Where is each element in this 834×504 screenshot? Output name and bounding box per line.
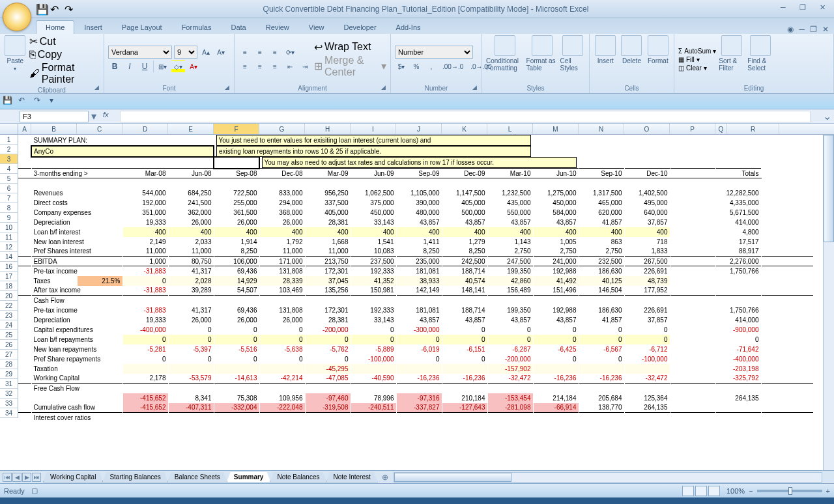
decrease-indent-button[interactable]: ⇤ <box>283 60 296 73</box>
row-header-16[interactable]: 16 <box>0 262 18 272</box>
namebox-dropdown[interactable]: ▾ <box>89 110 99 122</box>
tab-next-icon[interactable]: ▶ <box>22 473 31 482</box>
fill-button[interactable]: ▦ Fill ▾ <box>678 56 716 63</box>
sheet-tab-balance-sheets[interactable]: Balance Sheets <box>167 472 227 483</box>
number-format-select[interactable]: Number <box>395 46 473 59</box>
autosum-button[interactable]: Σ AutoSum ▾ <box>678 48 716 55</box>
row-header-7[interactable]: 7 <box>0 193 18 203</box>
col-header-G[interactable]: G <box>259 124 305 134</box>
row-header-17[interactable]: 17 <box>0 272 18 281</box>
row-header-5[interactable]: 5 <box>0 174 18 184</box>
qat2-customize-icon[interactable]: ▾ <box>50 96 61 107</box>
formula-bar[interactable] <box>120 111 811 122</box>
qat-save-icon[interactable]: 💾 <box>36 3 48 15</box>
normal-view-button[interactable] <box>682 486 694 496</box>
align-bottom-button[interactable]: ≡ <box>268 46 281 59</box>
col-header-N[interactable]: N <box>579 124 624 134</box>
vertical-scrollbar[interactable] <box>823 135 834 470</box>
increase-decimal-button[interactable]: .00→.0 <box>440 60 466 73</box>
name-box[interactable] <box>20 111 89 122</box>
row-header-22[interactable]: 22 <box>0 301 18 311</box>
row-header-24[interactable]: 24 <box>0 320 18 330</box>
horizontal-scrollbar[interactable] <box>394 472 822 483</box>
sheet-tab-note-balances[interactable]: Note Balances <box>270 472 326 483</box>
tab-developer[interactable]: Developer <box>334 20 386 34</box>
sheet-tab-starting-balances[interactable]: Starting Balances <box>102 472 167 483</box>
clear-button[interactable]: ◫ Clear ▾ <box>678 64 716 72</box>
insert-cells-button[interactable]: Insert <box>594 35 617 83</box>
row-header-29[interactable]: 29 <box>0 369 18 379</box>
col-header-F[interactable]: F <box>214 124 259 134</box>
wrap-text-button[interactable]: ↩ Wrap Text <box>314 41 386 53</box>
row-header-9[interactable]: 9 <box>0 213 18 223</box>
col-header-D[interactable]: D <box>122 124 168 134</box>
align-top-button[interactable]: ≡ <box>238 46 252 59</box>
row-header-25[interactable]: 25 <box>0 330 18 340</box>
tab-formulas[interactable]: Formulas <box>172 20 222 34</box>
font-dialog-launcher[interactable]: ◢ <box>225 84 233 92</box>
minimize-button[interactable]: ─ <box>775 3 791 15</box>
row-header-26[interactable]: 26 <box>0 340 18 350</box>
col-header-C[interactable]: C <box>77 124 122 134</box>
qat-undo-icon[interactable]: ↶ <box>50 3 62 15</box>
font-color-button[interactable]: A▾ <box>187 60 200 73</box>
grow-font-button[interactable]: A▴ <box>199 46 212 59</box>
tab-view[interactable]: View <box>299 20 334 34</box>
col-header-R[interactable]: R <box>727 124 779 134</box>
row-header-6[interactable]: 6 <box>0 184 18 193</box>
tab-last-icon[interactable]: ⏭ <box>32 473 41 482</box>
delete-cells-button[interactable]: Delete <box>620 35 643 83</box>
macro-record-icon[interactable]: ▢ <box>31 486 38 495</box>
qat2-redo-icon[interactable]: ↷ <box>34 96 46 107</box>
row-header-3[interactable]: 3 <box>0 154 18 164</box>
col-header-K[interactable]: K <box>442 124 487 134</box>
col-header-P[interactable]: P <box>670 124 715 134</box>
zoom-out-button[interactable]: − <box>749 487 753 495</box>
row-header-10[interactable]: 10 <box>0 223 18 232</box>
ribbon-restore-button[interactable]: ❐ <box>810 25 817 34</box>
zoom-slider[interactable] <box>757 490 822 492</box>
row-header-11[interactable]: 11 <box>0 232 18 242</box>
fill-color-button[interactable]: ◇▾ <box>171 60 185 73</box>
row-header-32[interactable]: 32 <box>0 389 18 399</box>
formula-bar-expand[interactable]: ⌄ <box>822 110 831 122</box>
row-header-33[interactable]: 33 <box>0 399 18 408</box>
ribbon-close-button[interactable]: ✕ <box>822 25 829 34</box>
new-sheet-button[interactable]: ⊕ <box>382 473 388 482</box>
copy-button[interactable]: ⎘ Copy <box>29 49 100 61</box>
comma-button[interactable]: , <box>425 60 438 73</box>
col-header-B[interactable]: B <box>31 124 77 134</box>
row-header-1[interactable]: 1 <box>0 135 18 145</box>
row-header-23[interactable]: 23 <box>0 311 18 320</box>
office-button[interactable] <box>3 3 31 31</box>
col-header-O[interactable]: O <box>624 124 670 134</box>
col-header-E[interactable]: E <box>168 124 214 134</box>
font-size-select[interactable]: 9 <box>174 46 197 59</box>
align-middle-button[interactable]: ≡ <box>253 46 266 59</box>
vscroll-thumb[interactable] <box>824 135 834 242</box>
format-as-table-button[interactable]: Format as Table <box>526 35 558 83</box>
merge-center-button[interactable]: ⊞ Merge & Center ▾ <box>314 55 386 78</box>
format-cells-button[interactable]: Format <box>646 35 670 83</box>
sort-filter-button[interactable]: Sort & Filter <box>719 35 745 83</box>
sheet-tab-summary[interactable]: Summary <box>227 472 271 483</box>
tab-home[interactable]: Home <box>36 20 74 34</box>
orientation-button[interactable]: ⟳▾ <box>283 46 297 59</box>
align-left-button[interactable]: ≡ <box>238 60 252 73</box>
tab-insert[interactable]: Insert <box>74 20 112 34</box>
select-all-corner[interactable] <box>0 124 18 134</box>
increase-indent-button[interactable]: ⇥ <box>298 60 311 73</box>
row-header-34[interactable]: 34 <box>0 408 18 418</box>
conditional-formatting-button[interactable]: Conditional Formatting <box>486 35 524 83</box>
bold-button[interactable]: B <box>108 60 121 73</box>
underline-button[interactable]: U <box>138 60 151 73</box>
tab-data[interactable]: Data <box>221 20 255 34</box>
col-header-L[interactable]: L <box>487 124 533 134</box>
tab-review[interactable]: Review <box>256 20 299 34</box>
percent-button[interactable]: % <box>410 60 423 73</box>
row-header-14[interactable]: 14 <box>0 252 18 262</box>
borders-button[interactable]: ⊞▾ <box>156 60 169 73</box>
number-dialog-launcher[interactable]: ◢ <box>472 84 480 92</box>
col-header-Q[interactable]: Q <box>715 124 727 134</box>
currency-button[interactable]: $▾ <box>395 60 408 73</box>
